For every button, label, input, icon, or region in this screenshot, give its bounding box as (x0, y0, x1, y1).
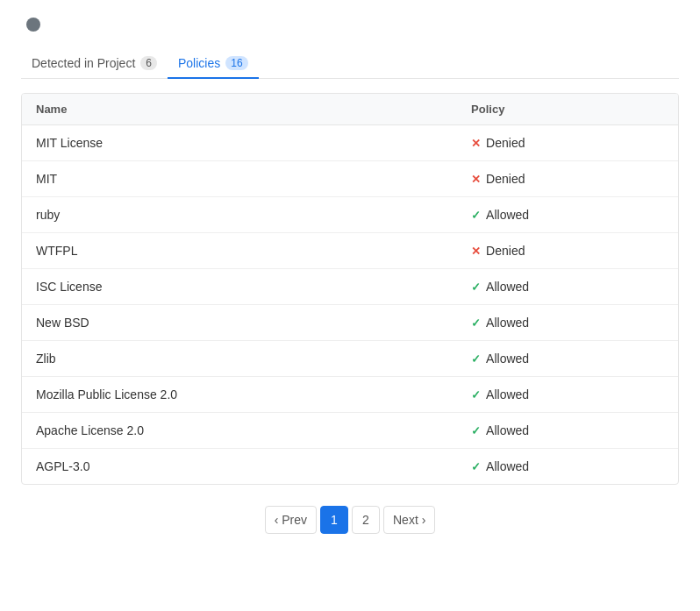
table-row: AGPL-3.0✓Allowed (22, 449, 678, 485)
table-row: MIT License✕Denied (22, 125, 678, 161)
row-name-cell: Zlib (22, 341, 457, 377)
policy-label: Allowed (486, 387, 529, 401)
pagination: ‹ Prev 1 2 Next › (21, 506, 679, 548)
table-row: New BSD✓Allowed (22, 305, 678, 341)
denied-icon: ✕ (471, 173, 481, 186)
tab-policies-label: Policies (178, 56, 220, 70)
col-name-header: Name (22, 94, 457, 125)
row-name-cell: Mozilla Public License 2.0 (22, 377, 457, 413)
row-policy-cell: ✓Allowed (457, 377, 678, 413)
allowed-icon: ✓ (471, 316, 481, 330)
table-row: ISC License✓Allowed (22, 269, 678, 305)
row-policy-cell: ✓Allowed (457, 269, 678, 305)
allowed-icon: ✓ (471, 424, 481, 437)
row-name-cell: New BSD (22, 305, 457, 341)
page-title-row (21, 18, 679, 32)
page-1-button[interactable]: 1 (320, 506, 348, 534)
table-row: WTFPL✕Denied (22, 233, 678, 269)
allowed-icon: ✓ (471, 460, 481, 473)
tabs-container: Detected in Project 6 Policies 16 (21, 49, 679, 79)
row-policy-cell: ✓Allowed (457, 341, 678, 377)
policy-label: Allowed (486, 352, 529, 366)
row-policy-cell: ✓Allowed (457, 305, 678, 341)
row-policy-cell: ✓Allowed (457, 413, 678, 449)
table-header-row: Name Policy (22, 94, 678, 125)
row-policy-cell: ✕Denied (457, 161, 678, 197)
row-name-cell: ruby (22, 197, 457, 233)
policy-label: Denied (486, 244, 525, 258)
row-policy-cell: ✕Denied (457, 125, 678, 161)
row-name-cell: WTFPL (22, 233, 457, 269)
denied-icon: ✕ (471, 245, 481, 258)
table-row: ruby✓Allowed (22, 197, 678, 233)
license-table-container: Name Policy MIT License✕DeniedMIT✕Denied… (21, 93, 679, 485)
next-button[interactable]: Next › (383, 506, 435, 534)
allowed-icon: ✓ (471, 352, 481, 366)
tab-policies-badge: 16 (225, 56, 247, 70)
info-icon[interactable] (26, 18, 40, 32)
tab-detected-in-project[interactable]: Detected in Project 6 (21, 49, 168, 79)
page-container: Detected in Project 6 Policies 16 Name P… (0, 0, 700, 611)
tab-detected-label: Detected in Project (32, 56, 135, 70)
allowed-icon: ✓ (471, 209, 481, 222)
policy-label: Allowed (486, 208, 529, 222)
license-table: Name Policy MIT License✕DeniedMIT✕Denied… (22, 94, 678, 484)
row-name-cell: MIT (22, 161, 457, 197)
policy-label: Allowed (486, 423, 529, 437)
allowed-icon: ✓ (471, 281, 481, 294)
row-policy-cell: ✓Allowed (457, 449, 678, 485)
denied-icon: ✕ (471, 137, 481, 150)
table-row: MIT✕Denied (22, 161, 678, 197)
tab-detected-badge: 6 (140, 56, 157, 70)
policy-label: Denied (486, 172, 525, 186)
policy-label: Allowed (486, 280, 529, 294)
prev-button[interactable]: ‹ Prev (265, 506, 317, 534)
tab-policies[interactable]: Policies 16 (168, 49, 259, 79)
row-name-cell: AGPL-3.0 (22, 449, 457, 485)
allowed-icon: ✓ (471, 388, 481, 401)
table-row: Apache License 2.0✓Allowed (22, 413, 678, 449)
table-row: Zlib✓Allowed (22, 341, 678, 377)
policy-label: Allowed (486, 459, 529, 473)
row-name-cell: MIT License (22, 125, 457, 161)
row-name-cell: ISC License (22, 269, 457, 305)
row-policy-cell: ✕Denied (457, 233, 678, 269)
policy-label: Denied (486, 136, 525, 150)
page-2-button[interactable]: 2 (352, 506, 380, 534)
row-name-cell: Apache License 2.0 (22, 413, 457, 449)
row-policy-cell: ✓Allowed (457, 197, 678, 233)
table-row: Mozilla Public License 2.0✓Allowed (22, 377, 678, 413)
col-policy-header: Policy (457, 94, 678, 125)
policy-label: Allowed (486, 316, 529, 330)
